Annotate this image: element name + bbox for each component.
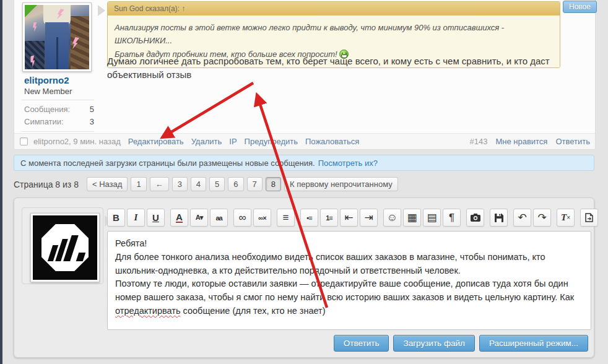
- page-range-button[interactable]: ←: [150, 177, 169, 191]
- page-edge-strip: [0, 0, 2, 364]
- first-unread-button[interactable]: К первому непрочитанному: [284, 177, 398, 191]
- quote-line: Анализируя посты в этой ветке можно легк…: [115, 21, 553, 48]
- page-button-8-current[interactable]: 8: [266, 177, 281, 191]
- insert-link-icon[interactable]: ∞: [233, 209, 251, 227]
- toolbar-group-style: B I U: [107, 209, 165, 227]
- quote-attribution[interactable]: Sun God сказал(а): ↑: [108, 2, 560, 15]
- page-button-7[interactable]: 7: [247, 177, 263, 191]
- toolbar-group-link: ∞ ∞×: [233, 209, 271, 227]
- glyph: ≡: [283, 212, 289, 224]
- select-post-checkbox[interactable]: [20, 137, 28, 145]
- post-action-right: #143 Мне нравится Ответить: [469, 137, 590, 146]
- avatar-photo-detail: [56, 37, 58, 69]
- stat-value: 5: [90, 105, 94, 114]
- glyph: •≡: [306, 214, 311, 222]
- save-draft-icon[interactable]: [490, 209, 508, 227]
- edit-link[interactable]: Редактировать: [128, 137, 184, 146]
- page-button-3[interactable]: 3: [172, 177, 188, 191]
- user-avatar[interactable]: [22, 2, 92, 72]
- new-button[interactable]: Новое: [563, 1, 597, 13]
- avatar-photo-detail: [25, 41, 45, 69]
- advanced-mode-button[interactable]: Расширенный режим...: [479, 335, 588, 352]
- editor-avatar-box: [22, 207, 103, 284]
- post-number[interactable]: #143: [469, 137, 487, 146]
- page-button-1[interactable]: 1: [131, 177, 146, 191]
- stat-likes: Симпатии: 3: [24, 117, 94, 126]
- like-link[interactable]: Мне нравится: [495, 137, 547, 146]
- glyph: ∞×: [258, 214, 266, 222]
- view-new-posts-link[interactable]: Посмотреть их?: [318, 158, 378, 168]
- image-icon[interactable]: ▦: [403, 209, 421, 227]
- stat-label: Симпатии:: [24, 117, 64, 126]
- toggle-bbcode-icon[interactable]: [580, 209, 598, 227]
- user-title: New Member: [24, 87, 72, 96]
- alignment-icon[interactable]: ≡: [277, 209, 295, 227]
- reply-text: Поэтому те люди, которые оставили заявки…: [115, 279, 574, 302]
- glyph: B: [113, 212, 119, 223]
- toolbar-group-list: •≡ 1≡ ⇤ ⇥: [300, 209, 378, 227]
- glyph: ∞: [238, 212, 246, 224]
- camera-icon[interactable]: [466, 209, 484, 227]
- ordered-list-icon[interactable]: 1≡: [320, 209, 338, 227]
- page-button-5[interactable]: 5: [209, 177, 225, 191]
- media-icon[interactable]: ▤: [423, 209, 441, 227]
- remove-format-icon[interactable]: T×: [557, 209, 575, 227]
- glyph: T: [561, 212, 567, 223]
- reply-paragraph: Ребята!: [115, 237, 583, 251]
- avatar-logo-detail: [76, 253, 86, 261]
- quick-reply-editor: B I U A A▾ aa ∞ ∞× ≡ •≡ 1≡ ⇤ ⇥: [14, 197, 594, 358]
- post-meta: elitporno2, 9 мин. назад: [33, 137, 121, 146]
- glyph: ☺: [387, 212, 397, 224]
- bold-icon[interactable]: B: [107, 209, 125, 227]
- glyph: ▤: [427, 211, 436, 224]
- report-link[interactable]: Пожаловаться: [305, 137, 359, 146]
- new-posts-notice: С момента последней загрузки страницы бы…: [14, 155, 594, 171]
- editor-submit-row: Ответить Загрузить файл Расширенный режи…: [334, 335, 588, 352]
- avatar-logo: [33, 215, 97, 280]
- font-family-icon[interactable]: aa: [210, 209, 228, 227]
- page-glyph: [585, 213, 593, 222]
- toolbar-group-right: T×: [557, 209, 598, 227]
- reply-paragraph: Поэтому те люди, которые оставили заявки…: [115, 277, 583, 318]
- reply-link[interactable]: Ответить: [555, 137, 590, 146]
- editor-toolbar: B I U A A▾ aa ∞ ∞× ≡ •≡ 1≡ ⇤ ⇥: [107, 209, 591, 227]
- ip-link[interactable]: IP: [229, 137, 237, 146]
- submit-reply-button[interactable]: Ответить: [334, 335, 389, 352]
- upload-file-button[interactable]: Загрузить файл: [393, 335, 474, 352]
- post-action-bar: elitporno2, 9 мин. назад Редактировать У…: [14, 133, 595, 149]
- toolbar-group-insert: ☺ ▦ ▤ ¶: [383, 209, 461, 227]
- new-posts-ribbon-icon: [25, 5, 37, 17]
- unlink-icon[interactable]: ∞×: [253, 209, 271, 227]
- misspelled-word: отредактирвать: [115, 306, 181, 316]
- undo-icon[interactable]: ↶: [513, 209, 531, 227]
- username-link[interactable]: elitporno2: [24, 75, 69, 85]
- toolbar-group-font: A A▾ aa: [170, 209, 228, 227]
- text-color-icon[interactable]: A: [170, 209, 188, 227]
- stat-messages: Сообщения: 5: [24, 105, 94, 114]
- smilies-icon[interactable]: ☺: [383, 209, 401, 227]
- page-button-6[interactable]: 6: [228, 177, 243, 191]
- warn-link[interactable]: Предупредить: [245, 137, 298, 146]
- message-beak-icon: [98, 5, 105, 16]
- page-indicator: Страница 8 из 8: [14, 180, 79, 189]
- post-body-text: Думаю логичнее дать распробовать тем, кт…: [107, 54, 585, 82]
- reply-text-input[interactable]: Ребята! Для более тонкого анализа необхо…: [107, 231, 591, 330]
- prev-page-button[interactable]: < Назад: [87, 177, 128, 191]
- unordered-list-icon[interactable]: •≡: [300, 209, 318, 227]
- reply-text: сообщение (для тех, кто не знает): [181, 306, 326, 316]
- underline-icon[interactable]: U: [147, 209, 165, 227]
- current-user-avatar[interactable]: [30, 213, 100, 282]
- indent-icon[interactable]: ⇥: [360, 209, 378, 227]
- floppy-glyph: [495, 214, 503, 222]
- glyph: ⇤: [344, 211, 353, 224]
- italic-icon[interactable]: I: [127, 209, 145, 227]
- font-size-icon[interactable]: A▾: [190, 209, 208, 227]
- stat-label: Сообщения:: [24, 105, 70, 114]
- redo-icon[interactable]: ↷: [533, 209, 551, 227]
- delete-link[interactable]: Удалить: [191, 137, 222, 146]
- page-button-4[interactable]: 4: [191, 177, 206, 191]
- outdent-icon[interactable]: ⇤: [340, 209, 358, 227]
- quote-icon[interactable]: ¶: [443, 209, 461, 227]
- glyph: A: [176, 212, 183, 223]
- avatar-photo-detail: [32, 22, 38, 32]
